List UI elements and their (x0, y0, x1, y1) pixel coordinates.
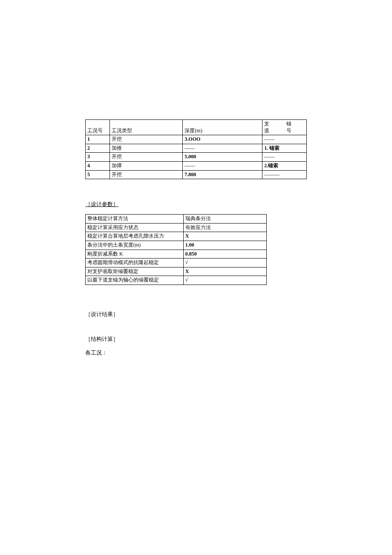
cell-value: X (183, 267, 267, 276)
table-row: 对支护底取矩倾覆稳定 X (86, 267, 267, 276)
table-row: 以最下道支锚为轴心的倾覆稳定 √ (86, 276, 267, 285)
conditions-table: 工况号 工况类型 深度(m) 支 道 锚 号 1 开挖 3.OOO —— 2 加… (85, 119, 307, 179)
cell-value: 瑞典条分法 (183, 215, 267, 224)
table-row: 2 加推 —— 1. 锚索 (86, 144, 307, 153)
cell-label: 考虑圆期滑动模式的抗隆起稳定 (86, 259, 184, 267)
cell: 5 (86, 170, 110, 179)
cell: —— (262, 135, 307, 144)
cell: 开挖 (110, 170, 183, 179)
cell: 1. 锚索 (262, 144, 307, 153)
table-row: 4 加撑 —— 2.锚索 (86, 161, 307, 170)
header-condition-no: 工况号 (86, 120, 110, 135)
cell: —— (183, 161, 262, 170)
table-row: 稳定计算采用应力状态 有效应力法 (86, 223, 267, 232)
cell: 3.OOO (183, 135, 262, 144)
cell: 5.000 (183, 153, 262, 162)
cell-label: 稳定计算采用应力状态 (86, 223, 184, 232)
table-header-row: 工况号 工况类型 深度(m) 支 道 锚 号 (86, 120, 307, 135)
cell-value: 0.850 (183, 250, 267, 259)
cell: ——— (262, 170, 307, 179)
header-condition-type: 工况类型 (110, 120, 183, 135)
cell: —— (183, 144, 262, 153)
cell: 加推 (110, 144, 183, 153)
table-row: 刚度折减系数 K 0.850 (86, 250, 267, 259)
heading-design-params: ［设计参数］ (85, 200, 307, 208)
cell-label: 整体稳定计算方法 (86, 215, 184, 224)
cell: 开挖 (110, 135, 183, 144)
cell: 2.锚索 (262, 161, 307, 170)
cell-label: 稳定计算合算地层考虑孔隙水压力 (86, 232, 184, 241)
cell: 3 (86, 153, 110, 162)
cell: 加撑 (110, 161, 183, 170)
table-row: 3 开挖 5.000 —— (86, 153, 307, 162)
heading-design-results: ［设计结果］ (85, 311, 307, 318)
cell-label: 对支护底取矩倾覆稳定 (86, 267, 184, 276)
header-depth: 深度(m) (183, 120, 262, 135)
table-row: 5 开挖 7.800 ——— (86, 170, 307, 179)
cell-value: X (183, 232, 267, 241)
cell: 2 (86, 144, 110, 153)
heading-structure-calc: ［结构计算］ (85, 335, 307, 343)
cell-label: 刚度折减系数 K (86, 250, 184, 259)
page-content: 工况号 工况类型 深度(m) 支 道 锚 号 1 开挖 3.OOO —— 2 加… (0, 0, 392, 357)
header-support-a: 支 道 (262, 120, 285, 135)
table-row: 稳定计算合算地层考虑孔隙水压力 X (86, 232, 267, 241)
cell-label: 以最下道支锚为轴心的倾覆稳定 (86, 276, 184, 285)
cell-value: √ (183, 259, 267, 267)
cell-value: 有效应力法 (183, 223, 267, 232)
table-row: 考虑圆期滑动模式的抗隆起稳定 √ (86, 259, 267, 267)
cell-value: √ (183, 276, 267, 285)
cell: 1 (86, 135, 110, 144)
cell: 4 (86, 161, 110, 170)
body-conditions-label: 各工况： (85, 349, 307, 357)
table-row: 整体稳定计算方法 瑞典条分法 (86, 215, 267, 224)
cell: 开挖 (110, 153, 183, 162)
cell-value: 1.00 (183, 241, 267, 250)
table-row: 条分法中的土条宽度(m) 1.00 (86, 241, 267, 250)
table-row: 1 开挖 3.OOO —— (86, 135, 307, 144)
cell-label: 条分法中的土条宽度(m) (86, 241, 184, 250)
header-support-b: 锚 号 (285, 120, 307, 135)
cell: —— (262, 153, 307, 162)
design-params-table: 整体稳定计算方法 瑞典条分法 稳定计算采用应力状态 有效应力法 稳定计算合算地层… (85, 214, 267, 285)
cell: 7.800 (183, 170, 262, 179)
